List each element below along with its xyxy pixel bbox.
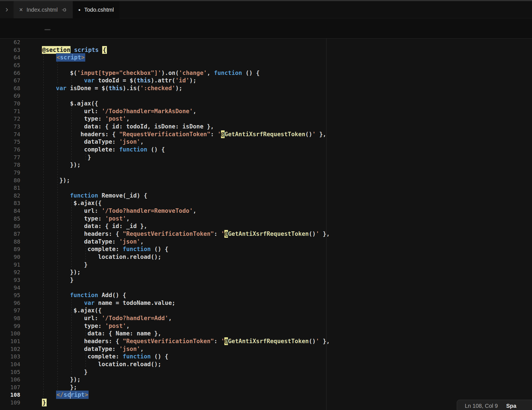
code-token: , xyxy=(126,215,130,222)
code-text: url: '/Todo?handler=Add', xyxy=(42,315,172,322)
code-line[interactable]: 69 xyxy=(0,92,532,100)
code-text: $.ajax({ xyxy=(42,199,102,207)
code-line[interactable]: 96 var name = todoName.value; xyxy=(0,299,532,307)
code-line[interactable]: 98 url: '/Todo?handler=Add', xyxy=(0,315,532,322)
line-number: 95 xyxy=(0,292,20,299)
code-line[interactable]: 76 complete: function () { xyxy=(0,146,532,154)
code-line[interactable]: 93 } xyxy=(0,276,532,284)
code-line[interactable]: 65 xyxy=(0,62,532,69)
tab-index-cshtml[interactable]: × Index.cshtml xyxy=(14,1,73,18)
code-line[interactable]: 100 data: { Name: name }, xyxy=(0,330,532,338)
code-line[interactable]: 66 $('input[type="checkbox"]').on('chang… xyxy=(0,69,532,77)
code-line[interactable]: 78 }); xyxy=(0,161,532,169)
code-line[interactable]: 73 data: { id: todoId, isDone: isDone }, xyxy=(0,123,532,131)
code-line[interactable]: 105 } xyxy=(0,368,532,376)
code-line[interactable]: 106 }); xyxy=(0,376,532,384)
code-line[interactable]: 81 xyxy=(0,184,532,192)
code-line[interactable]: 88 dataType: 'json', xyxy=(0,238,532,246)
code-line[interactable]: 109} xyxy=(0,399,532,407)
code-token: script xyxy=(64,391,85,398)
status-line-col[interactable]: Ln 108, Col 9 xyxy=(465,403,498,409)
code-line[interactable]: 75 dataType: 'json', xyxy=(0,138,532,146)
code-token: } xyxy=(42,399,47,406)
tab-todo-cshtml[interactable]: ● Todo.cshtml xyxy=(73,1,119,18)
line-number: 91 xyxy=(0,261,20,269)
close-icon[interactable]: × xyxy=(19,7,23,13)
code-token: complete: xyxy=(42,146,119,153)
editor-rows[interactable]: 6263@section scripts {64 <script>6566 $(… xyxy=(0,39,532,407)
code-token: @section xyxy=(42,46,71,54)
indent-guide xyxy=(43,62,44,69)
code-text: <script> xyxy=(42,54,85,62)
pin-icon[interactable] xyxy=(61,7,67,13)
line-number: 78 xyxy=(0,161,20,169)
code-line[interactable]: 83 $.ajax({ xyxy=(0,199,532,207)
code-token: type: xyxy=(42,115,105,122)
modified-dot-icon[interactable]: ● xyxy=(78,8,81,12)
code-line[interactable]: 85 type: 'post', xyxy=(0,215,532,223)
code-line[interactable]: 102 dataType: 'json', xyxy=(0,345,532,353)
code-token: () xyxy=(309,338,316,345)
code-line[interactable]: 97 $.ajax({ xyxy=(0,307,532,315)
code-token: ':checked' xyxy=(140,85,175,92)
code-line[interactable]: 90 location.reload(); xyxy=(0,253,532,261)
line-number: 88 xyxy=(0,238,20,246)
code-line[interactable]: 71 url: '/Todo?handler=MarkAsDone', xyxy=(0,108,532,115)
code-line[interactable]: 92 }); xyxy=(0,269,532,276)
code-token: '/Todo?handler=Add' xyxy=(102,315,168,322)
code-line[interactable]: 95 function Add() { xyxy=(0,292,532,299)
code-line[interactable]: 74 headers: { "RequestVerificationToken"… xyxy=(0,131,532,138)
status-spaces[interactable]: Spa xyxy=(506,403,516,409)
code-token: $.ajax({ xyxy=(42,100,98,107)
line-number: 87 xyxy=(0,230,20,238)
code-line[interactable]: 87 headers: { "RequestVerificationToken"… xyxy=(0,230,532,238)
code-line[interactable]: 64 <script> xyxy=(0,54,532,62)
code-token: "RequestVerificationToken" xyxy=(123,338,214,345)
code-line[interactable]: 68 var isDone = $(this).is(':checked'); xyxy=(0,85,532,92)
code-token: , xyxy=(140,346,144,352)
line-number: 62 xyxy=(0,39,20,46)
status-pill[interactable]: Ln 108, Col 9 Spa xyxy=(457,400,532,410)
code-token: }); xyxy=(42,376,81,383)
code-token: function xyxy=(123,246,151,252)
code-line[interactable]: 67 var todoId = $(this).attr('id'); xyxy=(0,77,532,85)
code-line[interactable]: 82 function Remove(_id) { xyxy=(0,192,532,200)
code-line[interactable]: 104 location.reload(); xyxy=(0,361,532,368)
code-token: , xyxy=(207,70,214,76)
indent-guide xyxy=(57,62,58,69)
code-text: type: 'post', xyxy=(42,115,130,123)
line-number: 75 xyxy=(0,138,20,146)
line-number: 97 xyxy=(0,307,20,315)
code-line[interactable]: 103 complete: function () { xyxy=(0,353,532,361)
code-line[interactable]: 80 }); xyxy=(0,177,532,184)
code-line[interactable]: 108 </script> xyxy=(0,391,532,399)
code-line[interactable]: 107 }; xyxy=(0,384,532,391)
indent-guide xyxy=(57,169,58,177)
code-token: , xyxy=(126,115,130,122)
code-line[interactable]: 63@section scripts { xyxy=(0,46,532,54)
line-number: 92 xyxy=(0,269,20,276)
code-token: , xyxy=(126,323,130,329)
line-number: 63 xyxy=(0,46,20,54)
code-token: $.ajax({ xyxy=(42,307,102,314)
code-line[interactable]: 101 headers: { "RequestVerificationToken… xyxy=(0,338,532,345)
code-line[interactable]: 62 xyxy=(0,39,532,46)
code-line[interactable]: 91 } xyxy=(0,261,532,269)
code-line[interactable]: 70 $.ajax({ xyxy=(0,100,532,108)
line-number: 86 xyxy=(0,222,20,230)
code-token: name = todoName.value; xyxy=(95,300,175,306)
line-number: 90 xyxy=(0,253,20,261)
code-line[interactable]: 99 type: 'post', xyxy=(0,322,532,330)
code-token: headers: { xyxy=(42,338,123,345)
code-line[interactable]: 94 xyxy=(0,284,532,292)
code-token: () xyxy=(309,231,316,237)
code-line[interactable]: 77 } xyxy=(0,154,532,161)
code-line[interactable]: 89 complete: function () { xyxy=(0,246,532,253)
code-line[interactable]: 86 data: { id: _id }, xyxy=(0,222,532,230)
code-line[interactable]: 72 type: 'post', xyxy=(0,115,532,123)
code-line[interactable]: 79 xyxy=(0,169,532,177)
chevron-right-icon[interactable]: › xyxy=(0,1,14,18)
tab-bar-empty-space xyxy=(119,1,532,18)
code-token: function xyxy=(70,192,98,199)
code-line[interactable]: 84 url: '/Todo?handler=RemoveTodo', xyxy=(0,207,532,215)
